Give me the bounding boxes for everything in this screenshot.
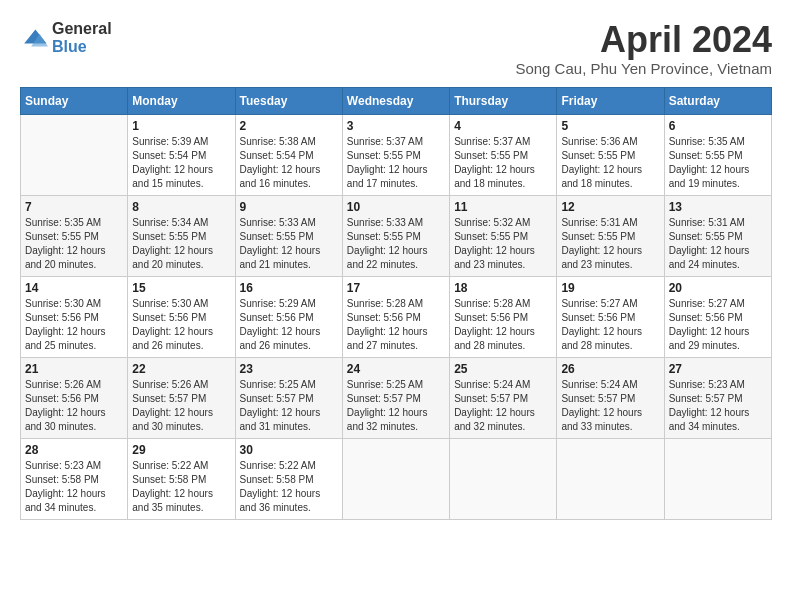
calendar-week-row: 28Sunrise: 5:23 AM Sunset: 5:58 PM Dayli… [21,438,772,519]
logo-blue-text: Blue [52,38,112,56]
title-block: April 2024 Song Cau, Phu Yen Province, V… [515,20,772,77]
day-info: Sunrise: 5:25 AM Sunset: 5:57 PM Dayligh… [240,378,338,434]
calendar-cell: 21Sunrise: 5:26 AM Sunset: 5:56 PM Dayli… [21,357,128,438]
calendar-cell: 16Sunrise: 5:29 AM Sunset: 5:56 PM Dayli… [235,276,342,357]
calendar-day-header: Monday [128,87,235,114]
day-number: 13 [669,200,767,214]
calendar-cell: 22Sunrise: 5:26 AM Sunset: 5:57 PM Dayli… [128,357,235,438]
day-number: 12 [561,200,659,214]
day-info: Sunrise: 5:32 AM Sunset: 5:55 PM Dayligh… [454,216,552,272]
calendar-day-header: Saturday [664,87,771,114]
logo-icon [20,24,48,52]
day-number: 10 [347,200,445,214]
calendar-cell: 24Sunrise: 5:25 AM Sunset: 5:57 PM Dayli… [342,357,449,438]
day-info: Sunrise: 5:23 AM Sunset: 5:57 PM Dayligh… [669,378,767,434]
calendar-day-header: Friday [557,87,664,114]
day-number: 16 [240,281,338,295]
page-header: General Blue April 2024 Song Cau, Phu Ye… [20,20,772,77]
calendar-cell: 27Sunrise: 5:23 AM Sunset: 5:57 PM Dayli… [664,357,771,438]
calendar-cell: 28Sunrise: 5:23 AM Sunset: 5:58 PM Dayli… [21,438,128,519]
day-number: 17 [347,281,445,295]
day-number: 3 [347,119,445,133]
calendar-cell: 15Sunrise: 5:30 AM Sunset: 5:56 PM Dayli… [128,276,235,357]
calendar-week-row: 7Sunrise: 5:35 AM Sunset: 5:55 PM Daylig… [21,195,772,276]
calendar-cell: 25Sunrise: 5:24 AM Sunset: 5:57 PM Dayli… [450,357,557,438]
day-number: 20 [669,281,767,295]
calendar-cell: 18Sunrise: 5:28 AM Sunset: 5:56 PM Dayli… [450,276,557,357]
day-info: Sunrise: 5:22 AM Sunset: 5:58 PM Dayligh… [132,459,230,515]
day-info: Sunrise: 5:38 AM Sunset: 5:54 PM Dayligh… [240,135,338,191]
day-info: Sunrise: 5:33 AM Sunset: 5:55 PM Dayligh… [347,216,445,272]
day-number: 6 [669,119,767,133]
calendar-cell: 1Sunrise: 5:39 AM Sunset: 5:54 PM Daylig… [128,114,235,195]
calendar-cell: 30Sunrise: 5:22 AM Sunset: 5:58 PM Dayli… [235,438,342,519]
day-number: 7 [25,200,123,214]
day-info: Sunrise: 5:31 AM Sunset: 5:55 PM Dayligh… [669,216,767,272]
calendar-cell: 12Sunrise: 5:31 AM Sunset: 5:55 PM Dayli… [557,195,664,276]
calendar-cell: 19Sunrise: 5:27 AM Sunset: 5:56 PM Dayli… [557,276,664,357]
day-info: Sunrise: 5:29 AM Sunset: 5:56 PM Dayligh… [240,297,338,353]
day-number: 23 [240,362,338,376]
calendar-cell: 13Sunrise: 5:31 AM Sunset: 5:55 PM Dayli… [664,195,771,276]
day-info: Sunrise: 5:24 AM Sunset: 5:57 PM Dayligh… [561,378,659,434]
calendar-cell: 17Sunrise: 5:28 AM Sunset: 5:56 PM Dayli… [342,276,449,357]
day-number: 30 [240,443,338,457]
day-number: 24 [347,362,445,376]
day-number: 22 [132,362,230,376]
day-info: Sunrise: 5:33 AM Sunset: 5:55 PM Dayligh… [240,216,338,272]
day-info: Sunrise: 5:34 AM Sunset: 5:55 PM Dayligh… [132,216,230,272]
day-number: 11 [454,200,552,214]
calendar-cell: 20Sunrise: 5:27 AM Sunset: 5:56 PM Dayli… [664,276,771,357]
day-info: Sunrise: 5:27 AM Sunset: 5:56 PM Dayligh… [561,297,659,353]
calendar-week-row: 21Sunrise: 5:26 AM Sunset: 5:56 PM Dayli… [21,357,772,438]
day-number: 15 [132,281,230,295]
day-info: Sunrise: 5:37 AM Sunset: 5:55 PM Dayligh… [347,135,445,191]
calendar-cell: 10Sunrise: 5:33 AM Sunset: 5:55 PM Dayli… [342,195,449,276]
day-info: Sunrise: 5:31 AM Sunset: 5:55 PM Dayligh… [561,216,659,272]
day-info: Sunrise: 5:35 AM Sunset: 5:55 PM Dayligh… [669,135,767,191]
calendar-cell: 6Sunrise: 5:35 AM Sunset: 5:55 PM Daylig… [664,114,771,195]
day-info: Sunrise: 5:28 AM Sunset: 5:56 PM Dayligh… [454,297,552,353]
day-number: 14 [25,281,123,295]
day-number: 1 [132,119,230,133]
logo: General Blue [20,20,112,55]
day-info: Sunrise: 5:25 AM Sunset: 5:57 PM Dayligh… [347,378,445,434]
day-number: 18 [454,281,552,295]
day-number: 21 [25,362,123,376]
calendar-cell: 5Sunrise: 5:36 AM Sunset: 5:55 PM Daylig… [557,114,664,195]
calendar-cell: 4Sunrise: 5:37 AM Sunset: 5:55 PM Daylig… [450,114,557,195]
calendar-cell [342,438,449,519]
calendar-day-header: Thursday [450,87,557,114]
day-info: Sunrise: 5:26 AM Sunset: 5:56 PM Dayligh… [25,378,123,434]
location-subtitle: Song Cau, Phu Yen Province, Vietnam [515,60,772,77]
day-info: Sunrise: 5:35 AM Sunset: 5:55 PM Dayligh… [25,216,123,272]
day-info: Sunrise: 5:39 AM Sunset: 5:54 PM Dayligh… [132,135,230,191]
day-number: 2 [240,119,338,133]
calendar-header-row: SundayMondayTuesdayWednesdayThursdayFrid… [21,87,772,114]
calendar-week-row: 14Sunrise: 5:30 AM Sunset: 5:56 PM Dayli… [21,276,772,357]
day-info: Sunrise: 5:36 AM Sunset: 5:55 PM Dayligh… [561,135,659,191]
calendar-cell [21,114,128,195]
calendar-cell: 8Sunrise: 5:34 AM Sunset: 5:55 PM Daylig… [128,195,235,276]
day-info: Sunrise: 5:24 AM Sunset: 5:57 PM Dayligh… [454,378,552,434]
calendar-cell: 7Sunrise: 5:35 AM Sunset: 5:55 PM Daylig… [21,195,128,276]
calendar-cell: 26Sunrise: 5:24 AM Sunset: 5:57 PM Dayli… [557,357,664,438]
day-number: 29 [132,443,230,457]
day-number: 5 [561,119,659,133]
calendar-cell: 2Sunrise: 5:38 AM Sunset: 5:54 PM Daylig… [235,114,342,195]
day-info: Sunrise: 5:23 AM Sunset: 5:58 PM Dayligh… [25,459,123,515]
day-info: Sunrise: 5:37 AM Sunset: 5:55 PM Dayligh… [454,135,552,191]
day-number: 26 [561,362,659,376]
day-number: 28 [25,443,123,457]
day-info: Sunrise: 5:30 AM Sunset: 5:56 PM Dayligh… [25,297,123,353]
calendar-cell: 3Sunrise: 5:37 AM Sunset: 5:55 PM Daylig… [342,114,449,195]
calendar-body: 1Sunrise: 5:39 AM Sunset: 5:54 PM Daylig… [21,114,772,519]
day-info: Sunrise: 5:27 AM Sunset: 5:56 PM Dayligh… [669,297,767,353]
calendar-cell: 23Sunrise: 5:25 AM Sunset: 5:57 PM Dayli… [235,357,342,438]
calendar-day-header: Tuesday [235,87,342,114]
calendar-week-row: 1Sunrise: 5:39 AM Sunset: 5:54 PM Daylig… [21,114,772,195]
day-info: Sunrise: 5:26 AM Sunset: 5:57 PM Dayligh… [132,378,230,434]
calendar-cell: 29Sunrise: 5:22 AM Sunset: 5:58 PM Dayli… [128,438,235,519]
calendar-cell [664,438,771,519]
day-number: 9 [240,200,338,214]
